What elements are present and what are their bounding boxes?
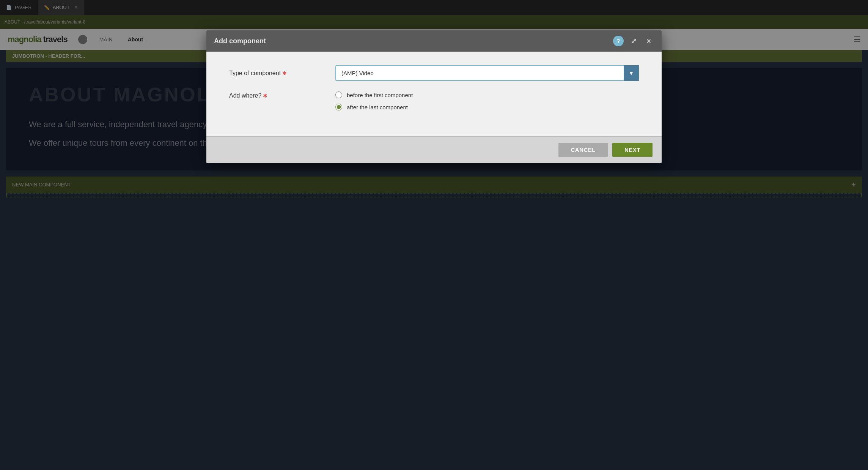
next-button[interactable]: NEXT <box>612 143 653 157</box>
type-label: Type of component ✱ <box>229 70 335 77</box>
dialog-body: Type of component ✱ (AMP) Video Text Ima… <box>206 52 662 136</box>
type-of-component-select[interactable]: (AMP) Video Text Image Video Hero Jumbot… <box>335 65 639 81</box>
radio-before-first[interactable]: before the first component <box>335 91 413 98</box>
dialog-header-actions: ? ⤢ × <box>613 36 654 46</box>
dialog-expand-button[interactable]: ⤢ <box>628 36 639 46</box>
add-where-radio-group: before the first component after the las… <box>335 91 413 110</box>
dialog-header: Add component ? ⤢ × <box>206 30 662 52</box>
radio-before-first-label: before the first component <box>347 92 413 98</box>
radio-before-first-input[interactable] <box>335 91 342 98</box>
cancel-button[interactable]: CANCEL <box>558 143 608 157</box>
dialog-footer: CANCEL NEXT <box>206 136 662 163</box>
type-select-wrap: (AMP) Video Text Image Video Hero Jumbot… <box>335 65 639 81</box>
radio-after-last-input[interactable] <box>335 104 342 110</box>
radio-after-last-label: after the last component <box>347 104 408 110</box>
radio-after-last[interactable]: after the last component <box>335 104 413 110</box>
add-where-required-star: ✱ <box>263 93 267 99</box>
type-of-component-row: Type of component ✱ (AMP) Video Text Ima… <box>229 65 639 81</box>
required-star: ✱ <box>282 70 287 76</box>
dialog-close-button[interactable]: × <box>643 36 654 46</box>
dialog-title: Add component <box>214 37 266 45</box>
add-component-dialog: Add component ? ⤢ × Type of component ✱ … <box>206 30 662 163</box>
dialog-help-button[interactable]: ? <box>613 36 624 46</box>
add-where-label: Add where? ✱ <box>229 91 335 99</box>
add-where-row: Add where? ✱ before the first component … <box>229 91 639 110</box>
